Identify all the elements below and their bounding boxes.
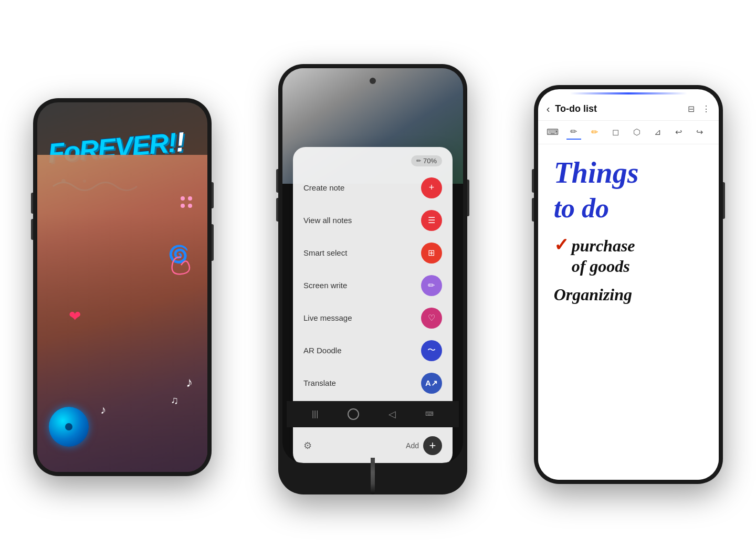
- view-notes-icon: ☰: [428, 215, 435, 225]
- create-note-icon: +: [429, 182, 435, 193]
- volume-button: [212, 182, 214, 208]
- settings-area[interactable]: ⚙: [303, 440, 312, 451]
- phone-spen-menu: ✏ 70% Create note + View all notes ☰: [278, 64, 467, 494]
- shapes-toolbar-icon[interactable]: ⬡: [629, 125, 644, 140]
- screen-write-label: Screen write: [303, 281, 347, 290]
- notes-title: To-do list: [555, 103, 682, 114]
- notes-header-icons: ⊟ ⋮: [688, 104, 710, 114]
- widget-bottom-row: ⚙ Add +: [293, 432, 453, 457]
- notes-header: ‹ To-do list ⊟ ⋮: [538, 94, 719, 121]
- phone3-vol-down: [532, 198, 534, 222]
- view-all-notes-label: View all notes: [303, 216, 352, 225]
- checkmark-1: ✓: [554, 236, 569, 254]
- add-button[interactable]: +: [423, 436, 442, 455]
- vol-down-button: [31, 219, 33, 240]
- menu-view-all-notes[interactable]: View all notes ☰: [293, 204, 453, 237]
- notes-heading-line2: to do: [554, 193, 703, 223]
- undo-toolbar-icon[interactable]: ↩: [671, 125, 686, 140]
- music-note3: ♪: [100, 403, 106, 417]
- phone3-power: [723, 182, 725, 219]
- back-nav-icon[interactable]: |||: [312, 409, 318, 419]
- heart-icon: ❤: [69, 308, 81, 325]
- add-area[interactable]: Add +: [406, 436, 442, 455]
- redo-toolbar-icon[interactable]: ↪: [692, 125, 707, 140]
- translate-label: Translate: [303, 378, 336, 387]
- layout-icon[interactable]: ⊟: [688, 104, 695, 114]
- battery-row: ✏ 70%: [293, 155, 453, 172]
- notes-toolbar: ⌨ ✏ ✏ ◻ ⬡ ⊿ ↩ ↪: [538, 121, 719, 144]
- spen-stylus: [371, 458, 375, 494]
- view-all-notes-btn[interactable]: ☰: [421, 210, 442, 231]
- smart-select-btn[interactable]: ⊞: [421, 243, 442, 264]
- highlighter-toolbar-icon[interactable]: ✏: [587, 125, 602, 140]
- menu-screen-write[interactable]: Screen write ✏: [293, 269, 453, 302]
- phone3-screen: ‹ To-do list ⊟ ⋮ ⌨ ✏ ✏ ◻ ⬡ ⊿ ↩ ↪: [538, 89, 719, 480]
- music-note2: ♫: [171, 394, 178, 406]
- menu-ar-doodle[interactable]: AR Doodle 〜: [293, 334, 453, 367]
- battery-percent: 70%: [423, 157, 437, 165]
- bottom-nav: ||| ◁ ⌨: [287, 401, 459, 427]
- ar-doodle-icon: 〜: [427, 345, 436, 356]
- live-message-btn[interactable]: ♡: [421, 308, 442, 329]
- recent-nav-icon[interactable]: ◁: [388, 408, 396, 420]
- menu-translate[interactable]: Translate A↗: [293, 367, 453, 399]
- swirl-deco2: [168, 252, 194, 278]
- todo-text-2: Organizing: [554, 285, 632, 304]
- more-options-icon[interactable]: ⋮: [702, 104, 710, 114]
- todo-text-1: purchaseof goods: [572, 236, 635, 276]
- home-nav-icon[interactable]: [348, 408, 359, 420]
- phone-notes: ‹ To-do list ⊟ ⋮ ⌨ ✏ ✏ ◻ ⬡ ⊿ ↩ ↪: [534, 85, 723, 484]
- keyboard-toolbar-icon[interactable]: ⌨: [545, 125, 560, 140]
- svg-point-4: [181, 204, 185, 208]
- pen-icon-text: ✏: [416, 157, 421, 164]
- screen-write-icon: ✏: [428, 280, 435, 290]
- smart-select-label: Smart select: [303, 248, 347, 257]
- vinyl-disc: [49, 407, 89, 447]
- vol-up-button: [31, 193, 33, 214]
- eraser-toolbar-icon[interactable]: ◻: [608, 125, 623, 140]
- menu-smart-select[interactable]: Smart select ⊞: [293, 237, 453, 269]
- menu-live-message[interactable]: Live message ♡: [293, 302, 453, 334]
- add-label: Add: [406, 441, 419, 450]
- camera-hole: [370, 78, 376, 84]
- svg-point-2: [181, 196, 185, 201]
- add-plus-icon: +: [429, 439, 436, 452]
- phone2-power: [467, 180, 469, 216]
- svg-point-5: [188, 204, 192, 208]
- back-button[interactable]: ‹: [547, 103, 550, 115]
- todo-item-2: Organizing: [554, 285, 703, 313]
- phone-ar-doodle: FoREVER!! ❤ 🌀: [33, 98, 212, 476]
- pen-toolbar-icon[interactable]: ✏: [566, 125, 581, 140]
- scene: FoREVER!! ❤ 🌀: [0, 0, 756, 558]
- create-note-label: Create note: [303, 183, 344, 192]
- screen-write-btn[interactable]: ✏: [421, 275, 442, 296]
- translate-icon: A↗: [425, 378, 438, 388]
- translate-btn[interactable]: A↗: [421, 373, 442, 394]
- ar-doodle-label: AR Doodle: [303, 346, 342, 355]
- svg-point-3: [188, 196, 192, 201]
- power-button: [212, 224, 214, 261]
- battery-indicator: ✏ 70%: [411, 155, 442, 166]
- dots-decoration: [178, 194, 194, 210]
- phone2-vol-up: [276, 169, 278, 193]
- smart-select-icon: ⊞: [428, 248, 435, 258]
- notes-content: Things to do ✓ purchaseof goods Organizi…: [538, 144, 719, 480]
- to-word: to do: [554, 193, 609, 223]
- live-message-label: Live message: [303, 313, 352, 322]
- phone1-screen: FoREVER!! ❤ 🌀: [37, 102, 207, 472]
- phone2-screen: ✏ 70% Create note + View all notes ☰: [282, 68, 463, 463]
- keyboard-nav-icon[interactable]: ⌨: [425, 410, 434, 417]
- phone3-vol-up: [532, 169, 534, 193]
- notes-heading-line1: Things: [554, 157, 703, 189]
- gear-icon: ⚙: [303, 440, 312, 451]
- phone1-background: FoREVER!! ❤ 🌀: [37, 102, 207, 472]
- phone2-vol-down: [276, 198, 278, 222]
- ar-doodle-btn[interactable]: 〜: [421, 340, 442, 361]
- create-note-btn[interactable]: +: [421, 177, 442, 198]
- music-note1: ♪: [186, 374, 193, 391]
- lasso-toolbar-icon[interactable]: ⊿: [650, 125, 665, 140]
- todo-item-1: ✓ purchaseof goods: [554, 236, 703, 276]
- menu-create-note[interactable]: Create note +: [293, 172, 453, 204]
- live-message-icon: ♡: [428, 313, 435, 323]
